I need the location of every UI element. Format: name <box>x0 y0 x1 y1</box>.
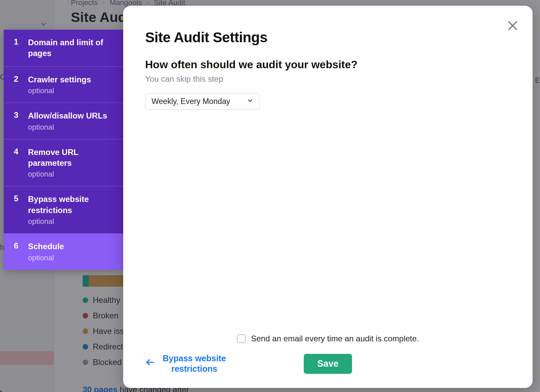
schedule-select[interactable]: Weekly, Every Monday <box>145 93 260 110</box>
step-title: Allow/disallow URLs <box>28 110 107 121</box>
modal-hint: You can skip this step <box>145 74 511 84</box>
wizard-step-crawler[interactable]: 2 Crawler settingsoptional <box>4 67 123 103</box>
chevron-down-icon <box>247 97 253 106</box>
step-optional: optional <box>28 254 64 262</box>
step-optional: optional <box>28 86 91 95</box>
step-number: 5 <box>14 194 21 226</box>
step-number: 2 <box>14 74 21 95</box>
step-number: 3 <box>14 110 21 131</box>
modal-title: Site Audit Settings <box>145 29 511 46</box>
arrow-left-icon <box>145 357 155 370</box>
step-title: Domain and limit of pages <box>28 37 115 59</box>
step-optional: optional <box>28 123 107 132</box>
step-number: 4 <box>14 147 21 179</box>
step-title: Schedule <box>28 241 64 252</box>
step-title: Remove URL parameters <box>28 147 115 169</box>
wizard-step-schedule[interactable]: 6 Scheduleoptional <box>4 234 123 269</box>
settings-modal: Site Audit Settings How often should we … <box>123 6 533 388</box>
step-title: Bypass website restrictions <box>28 194 115 216</box>
close-button[interactable] <box>506 19 519 32</box>
wizard-step-remove-params[interactable]: 4 Remove URL parametersoptional <box>4 139 123 187</box>
email-checkbox[interactable] <box>237 334 246 343</box>
wizard-step-bypass[interactable]: 5 Bypass website restrictionsoptional <box>4 186 123 234</box>
wizard-step-domain[interactable]: 1 Domain and limit of pages <box>4 30 123 67</box>
step-number: 1 <box>14 37 21 59</box>
save-button[interactable]: Save <box>304 354 352 374</box>
back-label: Bypass websiterestrictions <box>163 353 226 374</box>
email-label: Send an email every time an audit is com… <box>251 334 419 343</box>
step-title: Crawler settings <box>28 74 91 85</box>
select-value: Weekly, Every Monday <box>152 97 230 106</box>
wizard-steps: 1 Domain and limit of pages 2 Crawler se… <box>4 30 123 270</box>
step-optional: optional <box>28 217 115 226</box>
step-optional: optional <box>28 170 115 179</box>
step-number: 6 <box>14 241 21 262</box>
modal-question: How often should we audit your website? <box>145 58 511 71</box>
wizard-step-allow-disallow[interactable]: 3 Allow/disallow URLsoptional <box>4 103 123 139</box>
email-notify-row: Send an email every time an audit is com… <box>145 334 511 343</box>
back-button[interactable]: Bypass websiterestrictions <box>145 353 226 374</box>
